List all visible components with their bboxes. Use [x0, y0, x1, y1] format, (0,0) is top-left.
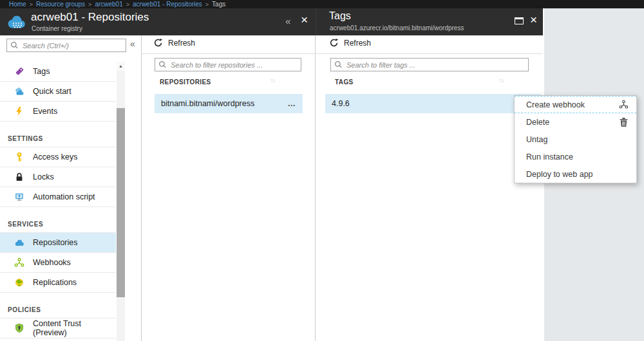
close-tags-blade-button[interactable]: ×: [530, 14, 537, 26]
repositories-refresh-button[interactable]: Refresh: [153, 38, 195, 48]
tag-name: 4.9.6: [332, 99, 350, 108]
menu-item-label: Delete: [526, 118, 549, 127]
menu-item-label: Create webhook: [526, 100, 585, 109]
sidebar-item-label: Access keys: [33, 152, 77, 161]
sidebar-item-automation-script[interactable]: Automation script: [0, 187, 116, 207]
tag-icon: [14, 66, 24, 77]
tags-blade-subtitle: acrweb01.azurecr.io/bitnami.bitnami/word…: [330, 24, 464, 32]
tag-context-menu: Create webhook Delete Untag Run instance…: [514, 95, 637, 183]
sidebar-item-label: Repositories: [33, 238, 77, 247]
menu-item-label: Run instance: [526, 152, 573, 161]
content-trust-shield-icon: [14, 323, 24, 333]
repositories-filter-input[interactable]: [155, 58, 301, 71]
repositories-column-header[interactable]: REPOSITORIES: [160, 78, 211, 86]
refresh-label: Refresh: [168, 39, 195, 48]
sidebar-item-replications[interactable]: Replications: [0, 273, 116, 293]
sidebar-item-label: Quick start: [33, 87, 71, 96]
breadcrumb: Home > Resource groups > arcweb01 > acrw…: [0, 0, 644, 8]
quickstart-cloud-icon: [14, 86, 24, 97]
sidebar: « Tags Quick start Events: [0, 35, 141, 341]
breadcrumb-home[interactable]: Home: [9, 1, 26, 8]
repository-name: bitnami.bitnami/wordpress: [161, 99, 254, 108]
registry-blade-header: acrweb01 - Repositories Container regist…: [0, 8, 316, 35]
sidebar-item-tags[interactable]: Tags: [0, 62, 116, 82]
tags-blade-title: Tags: [329, 10, 351, 22]
scroll-up-icon[interactable]: ▲: [117, 61, 125, 71]
sidebar-search: [6, 39, 126, 52]
breadcrumb-separator: >: [30, 1, 33, 8]
collapse-blade-button[interactable]: «: [285, 15, 290, 26]
registry-blade-title: acrweb01 - Repositories: [31, 11, 149, 24]
breadcrumb-current: Tags: [212, 1, 225, 8]
replications-globe-icon: [14, 277, 24, 288]
menu-item-run-instance[interactable]: Run instance: [515, 148, 636, 165]
search-icon: [334, 60, 343, 69]
close-registry-blade-button[interactable]: ×: [301, 14, 308, 26]
search-icon: [158, 60, 167, 69]
registry-blade-subtitle: Container registry: [32, 25, 82, 32]
webhook-icon: [619, 100, 629, 109]
toolbar-divider: [142, 53, 543, 54]
sidebar-item-label: Locks: [33, 172, 54, 181]
tags-refresh-button[interactable]: Refresh: [329, 38, 371, 48]
breadcrumb-separator: >: [126, 1, 129, 8]
refresh-icon: [153, 38, 163, 48]
panels-divider: [315, 35, 316, 341]
sidebar-group-settings: SETTINGS: [0, 122, 116, 147]
menu-item-label: Untag: [526, 135, 547, 144]
sidebar-group-policies: POLICIES: [0, 293, 116, 318]
sidebar-item-label: Content Trust (Preview): [33, 319, 116, 337]
breadcrumb-registry-repositories[interactable]: acrweb01 - Repositories: [133, 1, 202, 8]
main-content: « Tags Quick start Events: [0, 35, 543, 341]
breadcrumb-resource-group[interactable]: arcweb01: [95, 1, 122, 8]
lock-icon: [14, 172, 24, 182]
sidebar-item-quick-start[interactable]: Quick start: [0, 82, 116, 102]
sort-icon[interactable]: ↑↓: [499, 77, 504, 84]
menu-item-delete[interactable]: Delete: [515, 113, 636, 131]
search-icon: [10, 41, 19, 50]
sidebar-item-events[interactable]: Events: [0, 102, 116, 122]
repository-row[interactable]: bitnami.bitnami/wordpress …: [155, 94, 303, 113]
sidebar-item-label: Events: [33, 107, 57, 116]
menu-item-untag[interactable]: Untag: [515, 131, 636, 148]
tag-row[interactable]: 4.9.6: [325, 94, 541, 113]
sidebar-item-locks[interactable]: Locks: [0, 167, 116, 187]
sidebar-panel-divider: [141, 35, 142, 341]
automation-script-icon: [14, 192, 24, 202]
tags-blade-header: Tags acrweb01.azurecr.io/bitnami.bitnami…: [316, 8, 543, 35]
lightning-icon: [14, 106, 24, 116]
menu-item-deploy-to-web-app[interactable]: Deploy to web app: [515, 165, 636, 183]
trash-icon: [619, 117, 629, 127]
sidebar-item-webhooks[interactable]: Webhooks: [0, 253, 116, 273]
maximize-icon[interactable]: [515, 17, 524, 24]
breadcrumb-separator: >: [205, 1, 209, 8]
sidebar-nav: Tags Quick start Events SETTINGS: [0, 62, 116, 338]
refresh-icon: [329, 38, 339, 48]
menu-item-create-webhook[interactable]: Create webhook: [515, 96, 636, 113]
breadcrumb-separator: >: [88, 1, 91, 8]
sidebar-item-label: Tags: [33, 67, 50, 76]
tags-filter-input[interactable]: [330, 58, 529, 71]
container-registry-icon: [6, 12, 26, 33]
row-context-menu-button[interactable]: …: [288, 99, 297, 108]
tags-filter: [330, 58, 529, 71]
sidebar-item-label: Webhooks: [33, 258, 71, 267]
sidebar-item-repositories[interactable]: Repositories: [0, 233, 116, 253]
sidebar-item-label: Replications: [33, 278, 77, 287]
sidebar-item-label: Automation script: [33, 192, 95, 201]
sidebar-search-input[interactable]: [6, 39, 126, 52]
sidebar-item-access-keys[interactable]: Access keys: [0, 147, 116, 167]
webhook-icon: [14, 257, 24, 268]
repositories-filter: [155, 58, 301, 71]
sort-icon[interactable]: ↑↓: [270, 77, 275, 84]
menu-item-label: Deploy to web app: [526, 170, 593, 179]
key-icon: [14, 152, 24, 162]
refresh-label: Refresh: [344, 39, 371, 48]
tags-column-header[interactable]: TAGS: [335, 78, 354, 86]
sidebar-scrollbar[interactable]: ▲: [117, 61, 125, 341]
sidebar-item-content-trust[interactable]: Content Trust (Preview): [0, 318, 116, 338]
breadcrumb-resource-groups[interactable]: Resource groups: [36, 1, 85, 8]
scrollbar-thumb[interactable]: [117, 108, 125, 297]
sidebar-collapse-chevrons[interactable]: «: [130, 39, 135, 49]
sidebar-group-services: SERVICES: [0, 207, 116, 233]
